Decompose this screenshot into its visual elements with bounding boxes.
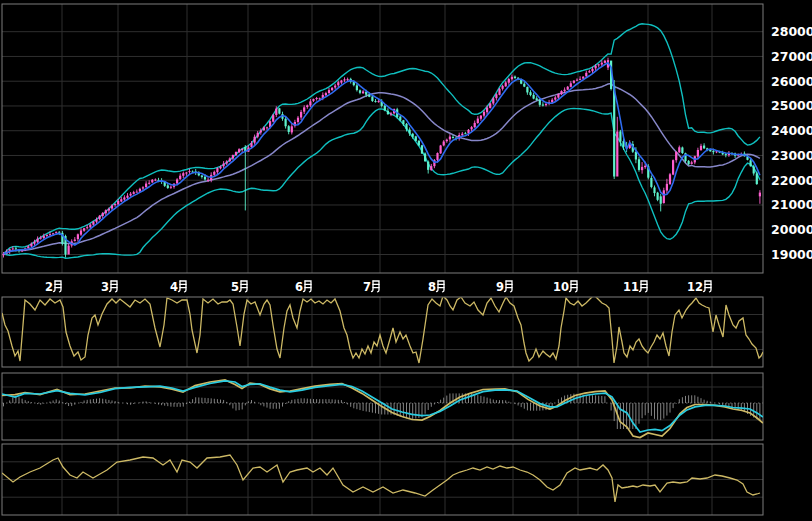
candle-body <box>148 183 150 184</box>
candle-body <box>40 238 42 239</box>
candle-body <box>576 80 578 81</box>
stock-chart-canvas[interactable]: 2800027000260002500024000230002200021000… <box>0 0 812 521</box>
candle-body <box>238 149 240 152</box>
candle-body <box>325 93 327 95</box>
bollinger-upper-band <box>4 24 760 254</box>
month-labels: 23456789101112 <box>45 280 711 294</box>
month-label: 9 <box>496 280 512 294</box>
candle-body <box>405 124 407 129</box>
candle-body <box>204 177 206 180</box>
candle-body <box>536 98 538 100</box>
glyph-stroke <box>506 281 512 292</box>
candle-body <box>616 132 618 177</box>
candle-body <box>232 155 234 158</box>
y-axis-label: 25000 <box>771 98 812 113</box>
month-label: 7 <box>363 280 379 294</box>
candle-body <box>167 185 169 188</box>
candle-body <box>43 236 45 238</box>
candle-body <box>688 161 690 164</box>
candle-body <box>226 162 228 164</box>
candle-body <box>753 166 755 173</box>
candle-body <box>306 105 308 107</box>
glyph-stroke <box>305 281 311 292</box>
month-label-number: 6 <box>295 280 303 294</box>
candle-body <box>300 112 302 118</box>
candle-body <box>424 153 426 161</box>
candle-body <box>483 112 485 116</box>
candle-body <box>303 107 305 111</box>
y-axis-label: 28000 <box>771 24 812 39</box>
glyph-stroke <box>438 281 444 292</box>
candle-body <box>114 204 116 205</box>
month-label: 12 <box>687 280 711 294</box>
candle-body <box>663 190 665 203</box>
candle-body <box>77 234 79 239</box>
candle-body <box>359 90 361 93</box>
candle-body <box>219 167 221 169</box>
candle-body <box>30 244 32 247</box>
candle-body <box>644 166 646 167</box>
candle-body <box>672 160 674 174</box>
candle-body <box>145 184 147 187</box>
candle-body <box>334 86 336 88</box>
month-label-number: 2 <box>45 280 53 294</box>
candle-body <box>560 91 562 94</box>
candle-body <box>595 66 597 68</box>
candle-body <box>660 196 662 203</box>
candle-body <box>188 171 190 172</box>
glyph-stroke <box>505 281 507 292</box>
oscillator1-layer <box>2 295 763 363</box>
candle-body <box>418 141 420 146</box>
candle-body <box>653 187 655 193</box>
candle-body <box>564 90 566 91</box>
candle-body <box>213 172 215 175</box>
month-label: 4 <box>170 280 186 294</box>
candle-body <box>378 101 380 102</box>
ma5-line <box>4 63 760 254</box>
month-label: 5 <box>231 280 247 294</box>
candle-body <box>89 225 91 228</box>
candle-body <box>37 239 39 242</box>
candle-body <box>235 152 237 155</box>
candle-body <box>712 151 714 152</box>
candle-body <box>529 92 531 95</box>
candle-body <box>666 184 668 191</box>
candle-body <box>68 246 70 255</box>
glyph-stroke <box>111 281 117 292</box>
glyph-stroke <box>437 281 439 292</box>
candle-body <box>266 127 268 128</box>
candle-body <box>278 108 280 113</box>
candle-body <box>185 173 187 174</box>
y-axis-label: 20000 <box>771 222 812 237</box>
candle-body <box>557 94 559 98</box>
month-kanji-glyph <box>240 281 248 292</box>
candle-body <box>95 219 97 221</box>
month-kanji-glyph <box>372 281 380 292</box>
candle-body <box>650 178 652 187</box>
candle-body <box>133 192 135 194</box>
gridlines-layer <box>2 4 763 515</box>
candle-body <box>427 162 429 170</box>
candle-body <box>471 127 473 129</box>
month-label-number: 12 <box>687 280 703 294</box>
candle-body <box>446 140 448 141</box>
candle-body <box>579 79 581 80</box>
glyph-stroke <box>372 281 374 292</box>
month-label-number: 9 <box>496 280 504 294</box>
candle-body <box>542 105 544 106</box>
candle-body <box>12 248 14 249</box>
month-label-number: 5 <box>231 280 239 294</box>
candle-body <box>331 88 333 90</box>
month-kanji-glyph <box>110 281 118 292</box>
stock-chart-window: 2800027000260002500024000230002200021000… <box>0 0 812 521</box>
candle-body <box>86 227 88 228</box>
glyph-stroke <box>641 281 647 292</box>
candle-body <box>598 64 600 65</box>
month-kanji-glyph <box>640 281 648 292</box>
candle-body <box>347 79 349 80</box>
main-chart-layer <box>2 24 761 258</box>
candle-body <box>111 205 113 208</box>
month-label-number: 7 <box>363 280 371 294</box>
candle-body <box>387 111 389 114</box>
main-panel-border <box>2 4 763 273</box>
